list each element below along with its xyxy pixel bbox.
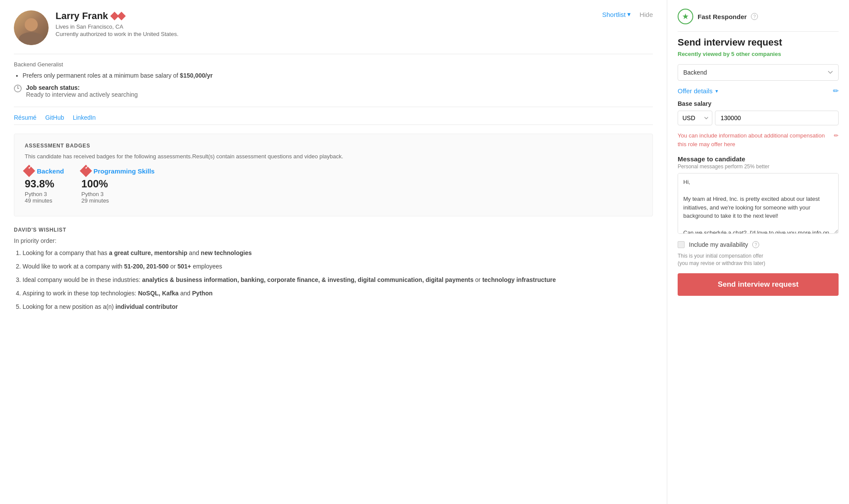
salary-input-row: USD <box>678 111 839 125</box>
assessment-description: This candidate has received badges for t… <box>25 153 642 160</box>
wishlist-item-3: Ideal company would be in these industri… <box>23 275 653 285</box>
chevron-down-icon: ▾ <box>715 88 718 94</box>
recently-viewed-label: Recently viewed by 5 other companies <box>678 51 839 57</box>
offer-details-row: Offer details ▾ ✏ <box>678 87 839 95</box>
preference-list: Prefers only permanent roles at a minimu… <box>14 72 653 79</box>
wishlist-highlight-2b: 501+ <box>177 263 191 270</box>
send-request-title: Send interview request <box>678 37 839 48</box>
base-salary-label: Base salary <box>678 100 839 107</box>
badge-backend-icon <box>23 165 35 177</box>
badge-backend-detail2: 49 minutes <box>25 197 64 204</box>
fast-responder-label: Fast Responder <box>698 13 747 20</box>
wishlist-section: DAVID'S WISHLIST In priority order: Look… <box>14 227 653 311</box>
header-actions: Shortlist ▾ Hide <box>602 10 653 18</box>
side-panel: ★ Fast Responder ? Send interview reques… <box>667 0 849 504</box>
edit-pencil-icon[interactable]: ✏ <box>833 87 839 95</box>
main-panel: Larry Frank Lives in San Francisco, CA C… <box>0 0 667 504</box>
availability-label: Include my availability <box>689 241 748 248</box>
diamond-icon-2 <box>117 12 126 20</box>
badges-row: Backend 93.8% Python 3 49 minutes Progra… <box>25 167 642 204</box>
clock-icon <box>14 85 22 92</box>
initial-offer-note: This is your initial compensation offer … <box>678 252 839 267</box>
fast-responder-help-icon[interactable]: ? <box>751 13 758 20</box>
availability-checkbox[interactable] <box>678 241 685 248</box>
panel-divider-1 <box>678 31 839 32</box>
badge-programming-detail2: 29 minutes <box>82 197 155 204</box>
badge-backend-title-row: Backend <box>25 167 64 175</box>
fast-responder-row: ★ Fast Responder ? <box>678 9 839 24</box>
wishlist-highlight-5: individual contributor <box>115 303 178 310</box>
candidate-name: Larry Frank <box>56 10 108 22</box>
shortlist-button[interactable]: Shortlist ▾ <box>602 10 631 18</box>
candidate-auth: Currently authorized to work in the Unit… <box>56 31 602 37</box>
section-divider-1 <box>14 107 653 107</box>
send-interview-request-button[interactable]: Send interview request <box>678 273 839 296</box>
message-textarea[interactable]: Hi, My team at Hired, Inc. is pretty exc… <box>678 173 839 234</box>
wishlist-title: DAVID'S WISHLIST <box>14 227 653 233</box>
role-title: Backend Generalist <box>14 61 653 68</box>
wishlist-highlight-1a: a great culture, mentorship <box>109 249 187 256</box>
fast-responder-badge: ★ <box>678 9 693 24</box>
profile-tabs: Résumé GitHub LinkedIn <box>14 114 653 125</box>
availability-row: Include my availability ? <box>678 241 839 248</box>
header-divider <box>14 54 653 54</box>
wishlist-highlight-3b: technology infrastructure <box>482 276 556 283</box>
edit-icon-additional[interactable]: ✏ <box>834 131 839 140</box>
badge-backend-detail1: Python 3 <box>25 191 64 197</box>
badge-programming-percent: 100% <box>82 178 155 190</box>
badge-programming: Programming Skills 100% Python 3 29 minu… <box>82 167 155 204</box>
priority-intro: In priority order: <box>14 237 653 244</box>
candidate-name-row: Larry Frank <box>56 10 602 22</box>
job-status-text: Job search status: Ready to interview an… <box>26 84 138 98</box>
wishlist-highlight-4a: NoSQL, Kafka <box>138 290 178 297</box>
avatar <box>14 10 49 45</box>
job-status-row: Job search status: Ready to interview an… <box>14 84 653 98</box>
offer-details-label: Offer details <box>678 87 713 95</box>
additional-comp-text: You can include information about additi… <box>678 131 839 148</box>
salary-input[interactable] <box>715 111 839 125</box>
wishlist-item-2: Would like to work at a company with 51-… <box>23 262 653 271</box>
candidate-header: Larry Frank Lives in San Francisco, CA C… <box>14 10 653 45</box>
candidate-info: Larry Frank Lives in San Francisco, CA C… <box>56 10 602 37</box>
wishlist-item-5: Looking for a new position as a(n) indiv… <box>23 302 653 311</box>
assessment-section: ASSESSMENT BADGES This candidate has rec… <box>14 134 653 216</box>
currency-select[interactable]: USD <box>678 111 712 125</box>
wishlist-highlight-3a: analytics & business information, bankin… <box>142 276 474 283</box>
salary-preference: Prefers only permanent roles at a minimu… <box>23 72 653 79</box>
message-label: Message to candidate <box>678 155 839 163</box>
profile-summary: Backend Generalist Prefers only permanen… <box>14 61 653 98</box>
message-sublabel: Personal messages perform 25% better <box>678 164 839 170</box>
tab-github[interactable]: GitHub <box>45 114 64 124</box>
wishlist-highlight-1b: new technologies <box>201 249 252 256</box>
assessment-title: ASSESSMENT BADGES <box>25 143 642 149</box>
job-status-label: Job search status: <box>26 84 80 91</box>
tab-resume[interactable]: Résumé <box>14 114 36 124</box>
job-status-value: Ready to interview and actively searchin… <box>26 91 138 98</box>
badge-backend-percent: 93.8% <box>25 178 64 190</box>
candidate-location: Lives in San Francisco, CA <box>56 23 602 30</box>
wishlist-list: Looking for a company that has a great c… <box>14 249 653 311</box>
offer-details-button[interactable]: Offer details ▾ <box>678 87 718 95</box>
availability-help-icon[interactable]: ? <box>752 241 759 248</box>
wishlist-item-1: Looking for a company that has a great c… <box>23 249 653 258</box>
tab-linkedin[interactable]: LinkedIn <box>73 114 96 124</box>
badge-backend-name: Backend <box>37 167 64 175</box>
badge-programming-icon <box>79 165 92 177</box>
chevron-down-icon: ▾ <box>627 10 631 18</box>
wishlist-highlight-4b: Python <box>192 290 213 297</box>
wishlist-highlight-2a: 51-200, 201-500 <box>124 263 169 270</box>
skills-badge <box>111 13 125 19</box>
wishlist-item-4: Aspiring to work in these top technologi… <box>23 289 653 298</box>
badge-programming-detail1: Python 3 <box>82 191 155 197</box>
badge-programming-name: Programming Skills <box>94 167 155 175</box>
position-dropdown[interactable]: Backend Frontend Full Stack Mobile Data … <box>678 64 839 81</box>
hide-button[interactable]: Hide <box>639 11 653 18</box>
salary-amount: $150,000/yr <box>180 72 213 79</box>
badge-programming-title-row: Programming Skills <box>82 167 155 175</box>
badge-backend: Backend 93.8% Python 3 49 minutes <box>25 167 64 204</box>
